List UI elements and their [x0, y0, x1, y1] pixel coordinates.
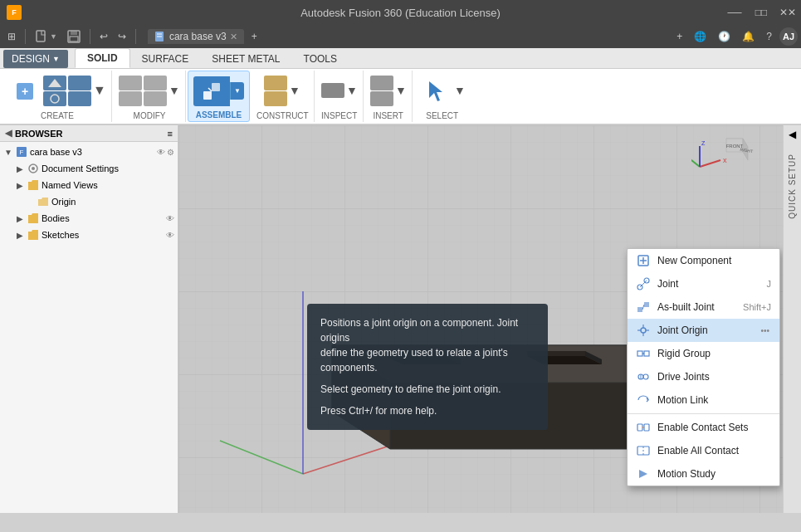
quick-access-toolbar: ⊞ ▼ ↩ ↪ cara base v3 ✕ + + 🌐 🕐 🔔 ? AJ: [0, 25, 801, 48]
sketches-eye-icon[interactable]: 👁: [166, 231, 174, 240]
bodies-eye-icon[interactable]: 👁: [166, 214, 174, 223]
menu-item-motion-study[interactable]: Motion Study: [628, 462, 779, 486]
menu-item-joint[interactable]: Joint J: [628, 272, 779, 295]
browser-menu-icon[interactable]: ≡: [168, 129, 173, 139]
inspect-sub: [321, 83, 344, 99]
tree-label-bodies: Bodies: [42, 213, 166, 223]
svg-text:x: x: [723, 156, 727, 164]
insert-more-button[interactable]: ▼: [395, 78, 407, 105]
quick-setup-panel: ◀ QUICK SETUP: [783, 125, 801, 513]
tab-sheetmetal[interactable]: SHEET METAL: [200, 50, 291, 68]
ribbon-tab-row: DESIGN ▼ SOLID SURFACE SHEET METAL TOOLS: [0, 48, 801, 69]
svg-marker-9: [48, 79, 61, 87]
notification-button[interactable]: 🔔: [738, 29, 759, 44]
new-component-icon: [636, 253, 651, 268]
browser-collapse-icon[interactable]: ◀: [5, 128, 12, 139]
web-button[interactable]: 🌐: [690, 29, 711, 44]
quick-setup-collapse[interactable]: ◀: [789, 129, 796, 140]
svg-rect-14: [212, 83, 220, 91]
view-cube[interactable]: x y z TOP FRONT: [691, 134, 758, 200]
assemble-main-button[interactable]: [193, 76, 230, 106]
create-more-button[interactable]: ▼: [93, 78, 106, 105]
inspect-more-button[interactable]: ▼: [346, 78, 358, 105]
viewport[interactable]: x y z TOP FRONT: [178, 125, 783, 513]
new-file-button[interactable]: ▼: [31, 28, 61, 45]
minimize-button[interactable]: ─: [721, 0, 748, 25]
svg-text:+: +: [22, 85, 28, 98]
svg-text:▼: ▼: [395, 84, 407, 97]
tree-more-icon[interactable]: ⚙: [167, 148, 174, 157]
title-bar: F Autodesk Fusion 360 (Education License…: [0, 0, 801, 25]
select-more-button[interactable]: ▼: [454, 78, 466, 105]
assemble-dropdown-arrow[interactable]: ▼: [230, 82, 244, 100]
history-button[interactable]: 🕐: [714, 29, 735, 44]
tree-icon-folder-named: [27, 178, 40, 192]
extrude-button[interactable]: [43, 76, 66, 90]
menu-item-motion-link[interactable]: Motion Link: [628, 388, 779, 412]
tree-item-named-views[interactable]: ▶ Named Views: [0, 177, 178, 193]
tab-tools[interactable]: TOOLS: [292, 50, 349, 68]
menu-item-joint-origin[interactable]: Joint Origin •••: [628, 319, 779, 342]
tree-icon-gear: [27, 162, 40, 175]
create-label: CREATE: [41, 110, 74, 120]
insert-mesh-button[interactable]: [370, 76, 393, 90]
loft-button[interactable]: [68, 91, 91, 106]
tab-close-icon[interactable]: ✕: [230, 32, 237, 42]
chamfer-button[interactable]: [119, 91, 142, 106]
add-button[interactable]: +: [672, 29, 686, 44]
new-body-button[interactable]: +: [8, 76, 42, 106]
insert-svg-button[interactable]: [370, 91, 393, 106]
maximize-button[interactable]: □: [748, 0, 774, 25]
select-button[interactable]: [419, 76, 452, 106]
help-button[interactable]: ?: [762, 29, 776, 44]
tab-surface[interactable]: SURFACE: [130, 50, 201, 68]
draft-button[interactable]: [144, 91, 167, 106]
enable-all-contact-icon: [636, 443, 651, 458]
measure-button[interactable]: [321, 83, 344, 98]
user-avatar[interactable]: AJ: [779, 27, 798, 46]
svg-rect-79: [637, 424, 642, 431]
menu-item-drive-joints[interactable]: Drive Joints: [628, 365, 779, 388]
sweep-button[interactable]: [68, 76, 91, 90]
joint-origin-label: Joint Origin: [657, 325, 752, 336]
tab-solid[interactable]: SOLID: [75, 48, 130, 68]
tree-item-bodies[interactable]: ▶ Bodies 👁: [0, 210, 178, 227]
joint-origin-more-icon[interactable]: •••: [759, 326, 771, 335]
svg-rect-0: [37, 31, 45, 41]
menu-item-new-component[interactable]: New Component: [628, 249, 779, 272]
close-button[interactable]: ✕: [774, 0, 801, 25]
joint-shortcut: J: [767, 279, 772, 289]
save-button[interactable]: [63, 28, 85, 45]
shell-button[interactable]: [144, 76, 167, 90]
undo-button[interactable]: ↩: [95, 29, 112, 44]
ribbon: + ▼ CREATE: [0, 69, 801, 125]
grid-menu-button[interactable]: ⊞: [3, 29, 20, 44]
menu-item-enable-contact-sets[interactable]: Enable Contact Sets: [628, 416, 779, 439]
construct-more-button[interactable]: ▼: [289, 78, 300, 105]
window-title: Autodesk Fusion 360 (Education License): [300, 7, 501, 19]
svg-rect-3: [70, 37, 78, 41]
redo-button[interactable]: ↪: [114, 29, 130, 44]
menu-item-as-built-joint[interactable]: As-built Joint Shift+J: [628, 295, 779, 319]
revolve-button[interactable]: [43, 91, 66, 106]
tab-title[interactable]: cara base v3: [169, 31, 227, 42]
app-icon: F: [7, 5, 22, 20]
tree-item-sketches[interactable]: ▶ Sketches 👁: [0, 227, 178, 243]
tree-item-root[interactable]: ▼ F cara base v3 👁 ⚙: [0, 144, 178, 160]
modify-more-button[interactable]: ▼: [169, 78, 180, 105]
axis-button[interactable]: [264, 91, 287, 106]
motion-study-label: Motion Study: [657, 468, 771, 480]
design-button[interactable]: DESIGN ▼: [3, 50, 68, 68]
new-tab-button[interactable]: +: [247, 29, 261, 44]
menu-item-rigid-group[interactable]: Rigid Group: [628, 342, 779, 365]
fillet-button[interactable]: [119, 76, 142, 90]
plane-button[interactable]: [264, 76, 287, 90]
svg-rect-65: [637, 307, 642, 312]
tree-eye-icon[interactable]: 👁: [157, 148, 165, 157]
menu-item-enable-all-contact[interactable]: Enable All Contact: [628, 439, 779, 462]
motion-study-icon: [636, 466, 651, 481]
design-label: DESIGN: [12, 53, 50, 65]
tree-item-doc-settings[interactable]: ▶ Document Settings: [0, 160, 178, 177]
svg-line-47: [700, 160, 720, 167]
tree-item-origin[interactable]: ▶ Origin: [0, 193, 178, 210]
